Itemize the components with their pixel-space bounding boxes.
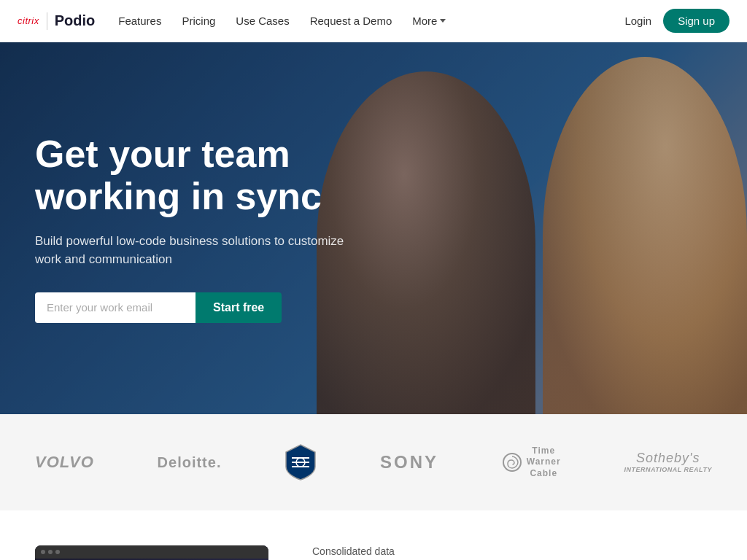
start-free-button[interactable]: Start free xyxy=(196,292,282,323)
nav-features[interactable]: Features xyxy=(118,15,161,27)
app-screenshot xyxy=(35,545,268,560)
citrix-logo: citrix xyxy=(18,15,39,26)
navbar-actions: Login Sign up xyxy=(624,9,729,33)
person-right xyxy=(543,57,747,414)
twc-spiral-icon xyxy=(502,452,522,472)
podio-name: Podio xyxy=(55,12,96,29)
login-button[interactable]: Login xyxy=(624,15,651,27)
navbar: citrix Podio Features Pricing Use Cases … xyxy=(0,0,747,42)
signup-button[interactable]: Sign up xyxy=(663,9,729,33)
logo-deloitte: Deloitte. xyxy=(158,454,222,471)
bottom-section: Consolidated data Drive your project for… xyxy=(0,510,747,560)
email-input[interactable] xyxy=(35,292,196,323)
hero-content: Get your team working in sync Build powe… xyxy=(0,133,379,322)
dot-yellow xyxy=(48,550,53,554)
hero-cta: Start free xyxy=(35,292,344,323)
main-nav: Features Pricing Use Cases Request a Dem… xyxy=(118,15,624,27)
brand-logo: citrix Podio xyxy=(18,12,95,30)
consolidated-label: Consolidated data xyxy=(312,545,712,557)
brand-divider xyxy=(47,12,47,30)
hero-title: Get your team working in sync xyxy=(35,133,344,217)
screenshot-top-bar xyxy=(35,545,268,559)
nfl-shield-icon xyxy=(285,443,317,481)
logo-volvo: VOLVO xyxy=(35,453,94,472)
nav-request-demo[interactable]: Request a Demo xyxy=(310,15,392,27)
hero-section: Get your team working in sync Build powe… xyxy=(0,42,747,414)
logo-twc: TimeWarnerCable xyxy=(502,446,561,480)
bottom-text: Consolidated data Drive your project for… xyxy=(312,545,712,560)
nav-use-cases[interactable]: Use Cases xyxy=(236,15,289,27)
nav-pricing[interactable]: Pricing xyxy=(182,15,215,27)
dot-green xyxy=(55,550,60,554)
logos-section: VOLVO Deloitte. SONY TimeWarnerCable Sot… xyxy=(0,414,747,510)
logo-sothebys: Sotheby's INTERNATIONAL REALTY xyxy=(624,451,712,474)
nav-more[interactable]: More xyxy=(412,15,446,27)
logo-nfl xyxy=(285,443,317,481)
dot-red xyxy=(41,550,45,554)
chevron-down-icon xyxy=(440,19,446,23)
logo-sony: SONY xyxy=(380,452,438,472)
hero-subtitle: Build powerful low-code business solutio… xyxy=(35,232,344,269)
